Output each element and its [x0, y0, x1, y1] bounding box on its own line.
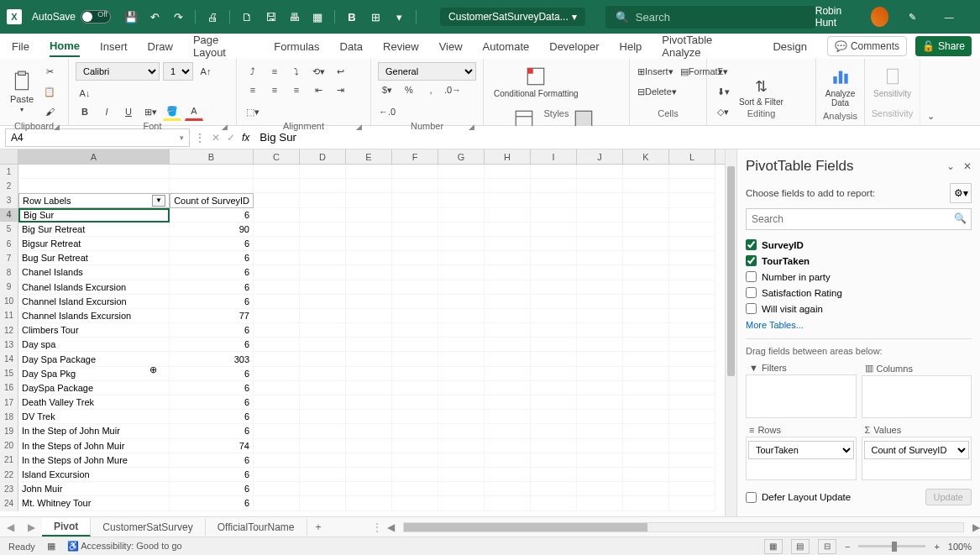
cell[interactable]: [485, 395, 531, 410]
cell[interactable]: Death Valley Trek: [18, 395, 170, 410]
cell[interactable]: Island Excursion: [18, 468, 170, 482]
cell[interactable]: [485, 439, 531, 453]
cell[interactable]: [485, 367, 531, 381]
cell[interactable]: [346, 496, 392, 510]
select-all-corner[interactable]: [0, 149, 18, 164]
cell[interactable]: Bug Sur Retreat: [18, 251, 170, 265]
cell[interactable]: [485, 381, 531, 395]
cell[interactable]: [669, 424, 715, 438]
cell[interactable]: [392, 468, 438, 482]
cell[interactable]: [346, 165, 392, 179]
avatar[interactable]: [871, 7, 888, 27]
cell[interactable]: [577, 395, 623, 410]
cell[interactable]: [623, 424, 669, 438]
cell[interactable]: [300, 410, 346, 424]
paste-button[interactable]: Paste▾: [7, 67, 37, 117]
cell[interactable]: [346, 295, 392, 309]
cell[interactable]: [531, 237, 577, 251]
cell[interactable]: [392, 280, 438, 295]
maximize-button[interactable]: ▢: [973, 4, 980, 29]
align-top-icon[interactable]: ⤴: [244, 62, 262, 81]
field-checkbox[interactable]: [746, 271, 757, 282]
cell[interactable]: [392, 424, 438, 438]
cell[interactable]: [531, 338, 577, 352]
cell[interactable]: Big Sur Retreat: [18, 223, 170, 237]
tab-view[interactable]: View: [439, 37, 463, 56]
cell[interactable]: [254, 193, 300, 207]
row-header[interactable]: 1: [0, 165, 18, 179]
cell[interactable]: [438, 439, 485, 453]
cell[interactable]: [300, 395, 346, 410]
grip-icon[interactable]: ⋮: [372, 521, 382, 533]
cell[interactable]: Chanel Islands Excursion: [18, 280, 170, 295]
view-pagelayout-icon[interactable]: ▤: [791, 539, 810, 554]
row-header[interactable]: 5: [0, 223, 18, 237]
align-middle-icon[interactable]: ≡: [265, 62, 284, 81]
cell[interactable]: [438, 338, 485, 352]
cell[interactable]: [531, 193, 577, 207]
dropdown-icon[interactable]: ⋮: [195, 132, 205, 144]
cell[interactable]: 6: [170, 468, 254, 482]
cell[interactable]: [254, 251, 300, 265]
cancel-fx-icon[interactable]: ✕: [212, 132, 220, 144]
cell[interactable]: [254, 424, 300, 438]
view-normal-icon[interactable]: ▦: [764, 539, 783, 554]
cell[interactable]: [577, 295, 623, 309]
cell[interactable]: [577, 482, 623, 496]
cell[interactable]: 90: [170, 223, 254, 237]
cell[interactable]: 6: [170, 424, 254, 438]
cell[interactable]: [577, 165, 623, 179]
cell[interactable]: [577, 468, 623, 482]
cell[interactable]: [346, 482, 392, 496]
cell[interactable]: [531, 165, 577, 179]
cell[interactable]: [485, 251, 531, 265]
row-header[interactable]: 17: [0, 395, 18, 410]
accessibility-label[interactable]: ♿ Accessibility: Good to go: [67, 541, 182, 552]
cell[interactable]: Day Spa Package: [18, 352, 170, 366]
cell[interactable]: [300, 193, 346, 207]
cell[interactable]: [669, 367, 715, 381]
insert-cells-button[interactable]: ⊞ Insert ▾: [637, 62, 674, 81]
row-header[interactable]: 14: [0, 352, 18, 366]
row-header[interactable]: 11: [0, 309, 18, 323]
cell[interactable]: [577, 352, 623, 366]
cell[interactable]: [300, 352, 346, 366]
cell[interactable]: [300, 439, 346, 453]
cell[interactable]: [300, 496, 346, 510]
field-item[interactable]: SurveyID: [746, 237, 972, 253]
cell[interactable]: [485, 410, 531, 424]
cell[interactable]: [254, 352, 300, 366]
row-header[interactable]: 20: [0, 439, 18, 453]
fill-icon[interactable]: ⬇▾: [714, 82, 732, 101]
row-header[interactable]: 6: [0, 237, 18, 251]
cell[interactable]: [18, 165, 170, 179]
cell[interactable]: John Muir: [18, 482, 170, 496]
cell[interactable]: [438, 482, 485, 496]
cell[interactable]: Count of SurveyID: [170, 193, 254, 207]
cell[interactable]: [623, 468, 669, 482]
cell[interactable]: In the Steps of John Mure: [18, 453, 170, 468]
view-pagebreak-icon[interactable]: ⊟: [818, 539, 836, 554]
cell[interactable]: [254, 208, 300, 223]
cell[interactable]: [669, 439, 715, 453]
values-drop-area[interactable]: Count of SurveyID: [862, 437, 972, 480]
field-item[interactable]: Will visit again: [746, 301, 972, 317]
align-center-icon[interactable]: ≡: [265, 81, 284, 99]
cut-icon[interactable]: ✂: [40, 62, 59, 81]
cell[interactable]: [300, 323, 346, 338]
tab-pivottable-analyze[interactable]: PivotTable Analyze: [662, 30, 752, 62]
cell[interactable]: [531, 367, 577, 381]
cell[interactable]: [300, 265, 346, 280]
cell[interactable]: [346, 323, 392, 338]
cell[interactable]: [669, 295, 715, 309]
cell[interactable]: [392, 295, 438, 309]
cell[interactable]: [392, 179, 438, 193]
cell[interactable]: 74: [170, 439, 254, 453]
cell[interactable]: [531, 295, 577, 309]
dialog-launcher-icon[interactable]: ◢: [222, 123, 228, 131]
qat-icon[interactable]: 🖨: [202, 7, 223, 27]
cell[interactable]: [577, 453, 623, 468]
cell[interactable]: 303: [170, 352, 254, 366]
table-qat-icon[interactable]: ⊞: [365, 7, 385, 27]
cell[interactable]: [300, 468, 346, 482]
